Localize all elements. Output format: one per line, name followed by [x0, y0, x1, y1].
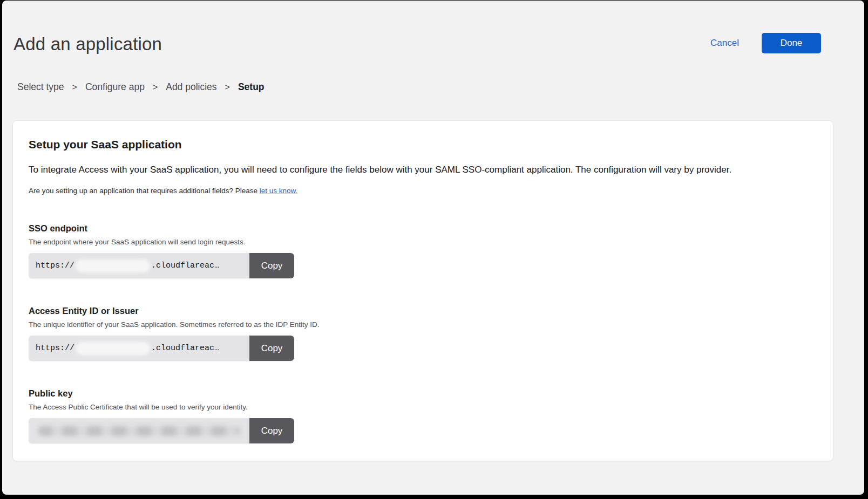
sso-endpoint-label: SSO endpoint: [29, 223, 817, 234]
redacted-value-blur: [76, 259, 150, 272]
field-section-entity-id: Access Entity ID or Issuer The unique id…: [29, 306, 817, 361]
public-key-value: [29, 418, 249, 443]
value-prefix: https://: [36, 344, 74, 353]
card-intro-text: To integrate Access with your SaaS appli…: [29, 164, 817, 176]
setup-card: Setup your SaaS application To integrate…: [12, 120, 833, 461]
copy-button[interactable]: Copy: [249, 418, 294, 443]
value-prefix: https://: [36, 261, 74, 270]
value-suffix: .cloudflareac…: [151, 344, 219, 353]
card-heading: Setup your SaaS application: [29, 138, 817, 151]
done-button[interactable]: Done: [762, 33, 821, 53]
sso-endpoint-value: https:// .cloudflareac…: [29, 253, 249, 278]
page-header: Add an application Cancel Done: [2, 1, 864, 54]
public-key-copy-row: Copy: [29, 418, 294, 443]
breadcrumb-separator: >: [225, 83, 230, 92]
public-key-label: Public key: [29, 388, 817, 399]
breadcrumb: Select type > Configure app > Add polici…: [17, 81, 864, 93]
breadcrumb-step-configure-app[interactable]: Configure app: [85, 81, 145, 93]
redacted-value-blur: [38, 426, 240, 436]
let-us-know-link[interactable]: let us know.: [260, 187, 298, 195]
breadcrumb-separator: >: [72, 83, 77, 92]
breadcrumb-step-select-type[interactable]: Select type: [17, 81, 64, 93]
entity-id-description: The unique identifier of your SaaS appli…: [29, 320, 817, 329]
page-title: Add an application: [13, 34, 821, 54]
field-section-public-key: Public key The Access Public Certificate…: [29, 388, 817, 443]
entity-id-label: Access Entity ID or Issuer: [29, 306, 817, 316]
breadcrumb-separator: >: [153, 83, 158, 92]
cancel-button[interactable]: Cancel: [710, 38, 739, 49]
entity-id-copy-row: https:// .cloudflareac… Copy: [29, 336, 294, 361]
copy-button[interactable]: Copy: [249, 336, 294, 361]
breadcrumb-step-setup: Setup: [238, 81, 265, 93]
note-text: Are you setting up an application that r…: [29, 187, 260, 195]
screenshot-frame: Add an application Cancel Done Select ty…: [0, 0, 868, 499]
entity-id-value: https:// .cloudflareac…: [29, 336, 249, 361]
sso-endpoint-description: The endpoint where your SaaS application…: [29, 238, 817, 247]
card-note: Are you setting up an application that r…: [29, 187, 817, 195]
breadcrumb-step-add-policies[interactable]: Add policies: [166, 81, 216, 93]
redacted-value-blur: [76, 342, 150, 355]
public-key-description: The Access Public Certificate that will …: [29, 403, 817, 412]
copy-button[interactable]: Copy: [249, 253, 294, 278]
value-suffix: .cloudflareac…: [151, 261, 219, 270]
add-application-page: Add an application Cancel Done Select ty…: [2, 1, 864, 495]
sso-endpoint-copy-row: https:// .cloudflareac… Copy: [29, 253, 294, 278]
header-actions: Cancel Done: [710, 33, 821, 53]
field-section-sso-endpoint: SSO endpoint The endpoint where your Saa…: [29, 223, 817, 278]
